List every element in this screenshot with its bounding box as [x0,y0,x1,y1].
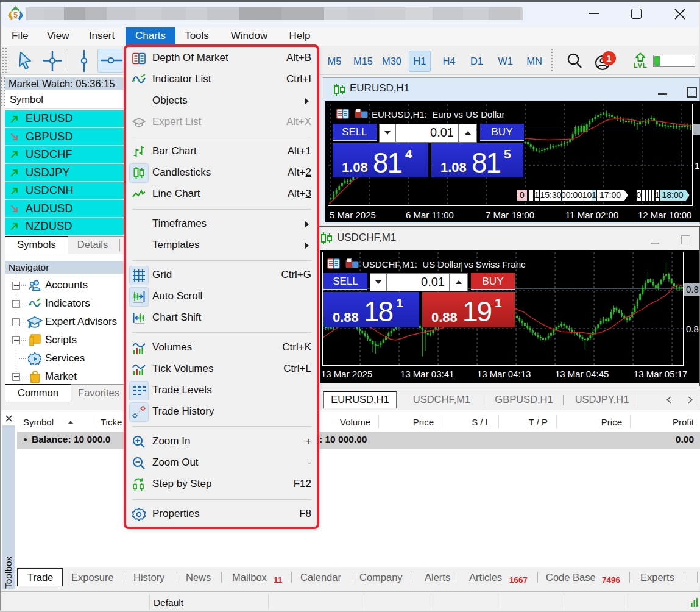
svg-text:5: 5 [13,10,18,20]
